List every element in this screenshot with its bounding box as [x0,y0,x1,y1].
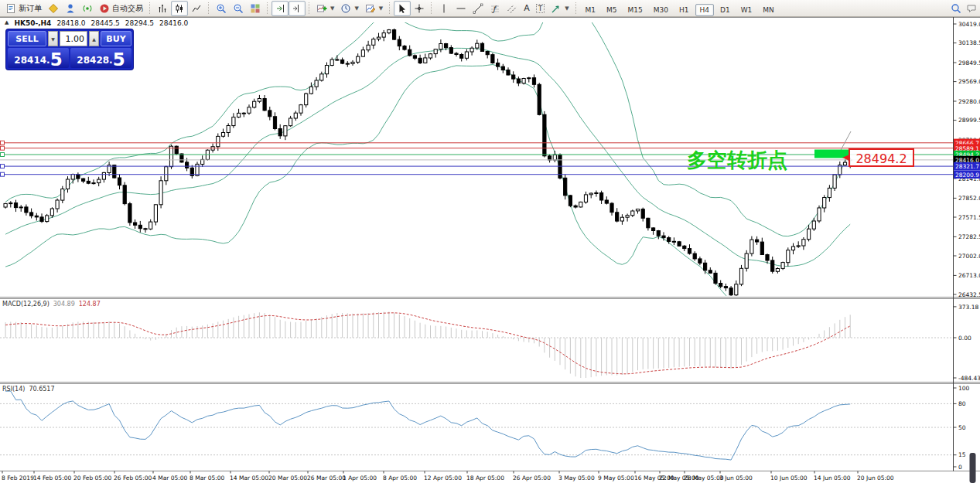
timeframe-button-W1[interactable]: W1 [736,4,757,16]
text-label-tool[interactable]: T [533,1,548,16]
periods-dropdown[interactable]: ▼ [337,1,361,16]
svg-text:26 Apr 05:00: 26 Apr 05:00 [513,474,551,481]
line-chart-button[interactable] [188,1,205,16]
svg-text:0: 0 [958,464,962,471]
chart-shift-button[interactable] [289,1,306,16]
search-icon[interactable] [951,3,961,14]
market-watch-button[interactable] [45,1,62,16]
svg-text:12 Apr 05:00: 12 Apr 05:00 [424,474,462,481]
toolbar-right-group [951,0,977,17]
svg-text:26 Feb 05:00: 26 Feb 05:00 [114,474,152,481]
buy-price[interactable]: 28428. 5 [70,48,131,68]
timeframe-button-M15[interactable]: M15 [623,4,647,16]
timeframe-button-MN[interactable]: MN [758,4,779,16]
bar-chart-button[interactable] [154,1,171,16]
auto-scroll-button[interactable] [271,1,289,16]
timeframe-button-M1[interactable]: M1 [581,4,601,16]
zoom-out-button[interactable] [230,1,247,16]
trendline-tool[interactable] [470,1,487,16]
annotation-layer: 多空转折点28494.2 [687,131,913,172]
toolbar-separator [575,2,577,14]
scrollbar-thumb[interactable] [970,453,976,483]
svg-text:30419.0: 30419.0 [958,21,980,28]
volume-up-button[interactable]: ▲ [89,31,99,46]
channel-tool[interactable] [504,1,521,16]
timeframe-button-D1[interactable]: D1 [715,4,735,16]
zoom-in-button[interactable] [213,1,230,16]
volume-down-button[interactable]: ▼ [48,31,58,46]
indicators-dropdown[interactable]: ▼ [313,1,337,16]
toolbar-separator [309,2,310,14]
tile-windows-button[interactable] [247,1,264,16]
bar-open: 28418.0 [56,19,85,27]
sell-button[interactable]: SELL [8,31,46,46]
svg-text:28 May 05:00: 28 May 05:00 [684,474,724,481]
svg-text:20 Jun 05:00: 20 Jun 05:00 [857,474,894,481]
svg-text:27002.0: 27002.0 [958,253,980,260]
chat-icon[interactable] [966,3,977,14]
rsi-line [5,391,850,460]
timeframe-button-M5[interactable]: M5 [602,4,622,16]
zoom-in-icon [216,3,227,14]
toolbar-separator [267,2,268,14]
buy-button[interactable]: BUY [101,31,131,46]
svg-text:28999.5: 28999.5 [958,117,980,124]
macd-signal-value: 124.87 [79,301,101,308]
rsi-value: 70.6517 [29,386,54,393]
fibonacci-icon: ƒ [490,3,500,14]
toolbar-separator [149,2,151,14]
line-handle[interactable] [1,141,5,145]
annotation-text: 多空转折点 [687,148,787,172]
timeframe-button-H4[interactable]: H4 [695,4,715,16]
timeframe-button-H1[interactable]: H1 [674,4,694,16]
text-tool[interactable]: A [521,1,533,16]
horizontal-price-lines [0,141,953,176]
price-box-label: 28494.2 [855,151,907,166]
svg-text:1 Apr 05:00: 1 Apr 05:00 [343,474,377,481]
macd-name: MACD(12,26,9) [2,301,50,308]
svg-text:14 Feb 05:00: 14 Feb 05:00 [33,474,71,481]
line-handle[interactable] [1,165,5,168]
bar-close: 28416.0 [159,19,188,27]
candlestick-chart-button[interactable] [171,1,188,16]
line-handle[interactable] [1,146,5,150]
auto-scroll-icon [275,3,285,14]
navigator-icon [65,3,76,14]
svg-text:26713.0: 26713.0 [958,272,980,279]
text-icon: A [524,3,530,13]
one-click-trade-panel: SELL ▼ 1.00 ▲ BUY 28414. 5 28428. 5 [6,29,133,70]
collapse-icon[interactable]: ▲ [5,19,9,27]
sell-price[interactable]: 28414. 5 [8,48,69,68]
templates-dropdown[interactable]: ▼ [362,1,386,16]
dropdown-caret: ▼ [379,5,383,12]
svg-text:10 Jun 05:00: 10 Jun 05:00 [770,474,808,481]
svg-text:373.18: 373.18 [958,304,978,311]
line-handle[interactable] [1,153,5,157]
cursor-button[interactable] [394,1,411,16]
symbol-period: HK50-,H4 [14,19,51,27]
chart-workspace: ▲ HK50-,H4 28418.0 28445.5 28294.5 28416… [0,17,980,483]
vertical-line-tool[interactable] [435,1,452,16]
dropdown-caret: ▼ [354,5,358,12]
macd-label: MACD(12,26,9) 304.89 124.87 [2,301,101,308]
navigator-button[interactable] [62,1,79,16]
svg-text:29849.5: 29849.5 [958,60,980,66]
market-watch-icon [48,3,59,14]
crosshair-button[interactable] [411,1,428,16]
autotrading-button[interactable]: 自动交易 [96,1,146,16]
svg-text:28200.9: 28200.9 [955,172,979,179]
line-handle[interactable] [1,172,5,176]
fibonacci-tool[interactable]: ƒ [487,1,504,16]
text-label-icon: T [536,4,545,13]
time-axis: 8 Feb 201914 Feb 05:0020 Feb 05:0026 Feb… [2,471,894,481]
vertical-line-icon [439,3,449,14]
tile-windows-icon [250,3,261,14]
shapes-dropdown[interactable]: ▼ [548,1,572,16]
signals-button[interactable] [79,1,96,16]
svg-text:20 Mar 05:00: 20 Mar 05:00 [268,474,307,481]
volume-input[interactable]: 1.00 [60,31,87,46]
horizontal-line-tool[interactable] [452,1,470,16]
timeframe-button-M30[interactable]: M30 [649,4,673,16]
new-order-button[interactable]: 新订单 [2,1,45,16]
chart-header: ▲ HK50-,H4 28418.0 28445.5 28294.5 28416… [5,19,188,27]
